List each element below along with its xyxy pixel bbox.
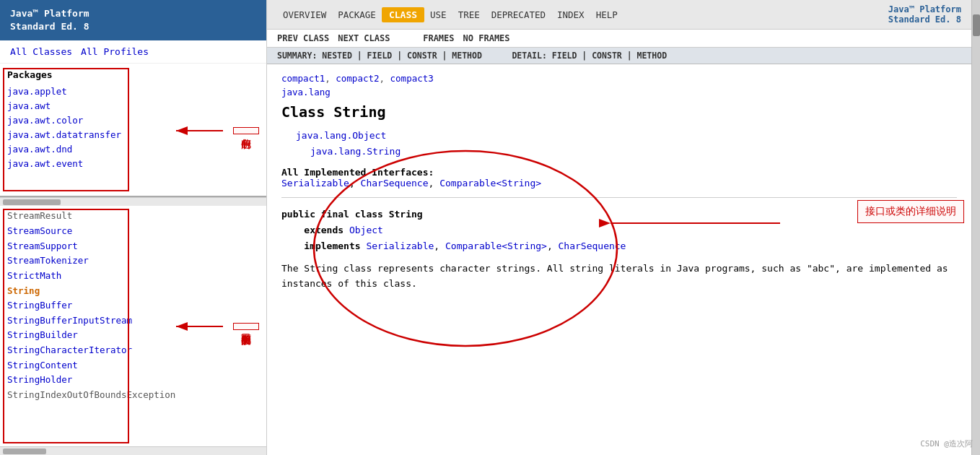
summary-text: SUMMARY: NESTED | FIELD | CONSTR | METHO… [277, 51, 482, 61]
sub-nav: PREV CLASS NEXT CLASS FRAMES NO FRAMES [267, 30, 971, 48]
charsequence-link2[interactable]: CharSequence [559, 240, 626, 251]
class-string[interactable]: String [7, 284, 259, 299]
class-stringbufferinputstream[interactable]: StringBufferInputStream [7, 313, 259, 329]
code-line2: extends Object [281, 222, 957, 238]
prev-class-link[interactable]: PREV CLASS [277, 33, 329, 43]
package-java-applet[interactable]: java.applet [7, 84, 259, 99]
watermark: CSDN @造次阿 [920, 438, 973, 449]
no-frames-link[interactable]: NO FRAMES [463, 33, 510, 43]
charsequence-link[interactable]: CharSequence [361, 178, 429, 188]
class-stringbuilder[interactable]: StringBuilder [7, 328, 259, 343]
comparable-link2[interactable]: Comparable<String> [445, 240, 547, 251]
hierarchy-2: java.lang.String [310, 144, 957, 160]
all-classes-link[interactable]: All Classes [10, 46, 72, 57]
class-list: StreamResult StreamSource StreamSupport … [7, 209, 259, 402]
sidebar-nav: All Classes All Profiles [0, 40, 266, 64]
class-description: The String class represents character st… [281, 261, 957, 292]
class-stringcharacteriterator[interactable]: StringCharacterIterator [7, 343, 259, 358]
classes-pane: StreamResult StreamSource StreamSupport … [0, 206, 266, 446]
sidebar-header: Java™ Platform Standard Ed. 8 [0, 0, 266, 40]
class-streamsupport[interactable]: StreamSupport [7, 239, 259, 254]
interfaces-list: Serializable, CharSequence, Comparable<S… [281, 178, 541, 188]
class-stringindexoutofbounds[interactable]: StringIndexOutOfBoundsException [7, 388, 259, 403]
nav-tree[interactable]: TREE [452, 8, 486, 22]
divider [281, 197, 957, 198]
packages-pane: Packages java.applet java.awt java.awt.c… [0, 64, 266, 197]
all-profiles-link[interactable]: All Profiles [81, 46, 149, 57]
nav-package[interactable]: PACKAGE [332, 8, 382, 22]
class-stringholder[interactable]: StringHolder [7, 373, 259, 388]
code-block: public final class String extends Object… [281, 207, 957, 254]
class-strictmath[interactable]: StrictMath [7, 269, 259, 284]
frames-link[interactable]: FRAMES [423, 33, 454, 43]
package-link[interactable]: java.lang [281, 87, 331, 98]
nav-overview[interactable]: OVERVIEW [277, 8, 332, 22]
class-name-code: String [389, 209, 423, 220]
packages-label: Packages [7, 69, 259, 80]
hierarchy-1: java.lang.Object [296, 128, 957, 144]
package-line: java.lang [281, 87, 957, 98]
right-scrollbar-thumb[interactable] [973, 14, 980, 36]
package-java-awt-event[interactable]: java.awt.event [7, 157, 259, 171]
class-stringcontent[interactable]: StringContent [7, 358, 259, 373]
platform-label: Java™ Platform Standard Ed. 8 [888, 4, 961, 25]
package-java-awt[interactable]: java.awt [7, 99, 259, 113]
interfaces-label: All Implemented Interfaces: [281, 167, 434, 178]
class-title: Class String [281, 103, 957, 121]
content-body: compact1, compact2, compact3 java.lang C… [267, 64, 971, 455]
serializable-link2[interactable]: Serializable [366, 240, 434, 251]
nav-links: OVERVIEW PACKAGE CLASS USE TREE DEPRECAT… [277, 7, 624, 22]
right-scrollbar[interactable] [971, 0, 980, 455]
package-java-awt-color[interactable]: java.awt.color [7, 113, 259, 128]
next-class-link[interactable]: NEXT CLASS [338, 33, 390, 43]
compact3-link[interactable]: compact3 [390, 73, 434, 84]
interfaces-section: All Implemented Interfaces: Serializable… [281, 167, 957, 188]
package-java-awt-dnd[interactable]: java.awt.dnd [7, 142, 259, 157]
code-line1: public final class String [281, 207, 957, 222]
top-nav: OVERVIEW PACKAGE CLASS USE TREE DEPRECAT… [267, 0, 971, 30]
class-streamsource[interactable]: StreamSource [7, 224, 259, 239]
class-stringbuffer[interactable]: StringBuffer [7, 298, 259, 313]
compact2-link[interactable]: compact2 [336, 73, 379, 84]
sidebar-bottom-hscroll[interactable] [0, 446, 266, 455]
code-line3: implements Serializable, Comparable<Stri… [281, 238, 957, 254]
class-streamtokenizer[interactable]: StreamTokenizer [7, 254, 259, 269]
subnav-separator1 [399, 33, 415, 43]
package-java-awt-datatransfer[interactable]: java.awt.datatransfer [7, 128, 259, 142]
class-streamresult[interactable]: StreamResult [7, 209, 259, 224]
object-link[interactable]: Object [349, 225, 383, 235]
sidebar-header-title: Java™ Platform Standard Ed. 8 [10, 8, 89, 32]
java-lang-string-link[interactable]: java.lang.String [310, 146, 401, 157]
nav-index[interactable]: INDEX [551, 8, 590, 22]
compact1-link[interactable]: compact1 [281, 73, 325, 84]
nav-deprecated[interactable]: DEPRECATED [486, 8, 551, 22]
sidebar-hscroll[interactable] [0, 197, 266, 206]
package-list: java.applet java.awt java.awt.color java… [7, 84, 259, 171]
class-hierarchy: java.lang.Object java.lang.String [296, 128, 957, 160]
detail-text: DETAIL: FIELD | CONSTR | METHOD [512, 51, 667, 61]
serializable-link[interactable]: Serializable [281, 178, 349, 188]
java-lang-object-link[interactable]: java.lang.Object [296, 130, 386, 141]
nav-use[interactable]: USE [424, 8, 452, 22]
nav-class[interactable]: CLASS [382, 7, 424, 22]
summary-bar: SUMMARY: NESTED | FIELD | CONSTR | METHO… [267, 48, 971, 64]
profiles-line: compact1, compact2, compact3 [281, 73, 957, 84]
nav-help[interactable]: HELP [590, 8, 624, 22]
comparable-link[interactable]: Comparable<String> [439, 178, 541, 188]
